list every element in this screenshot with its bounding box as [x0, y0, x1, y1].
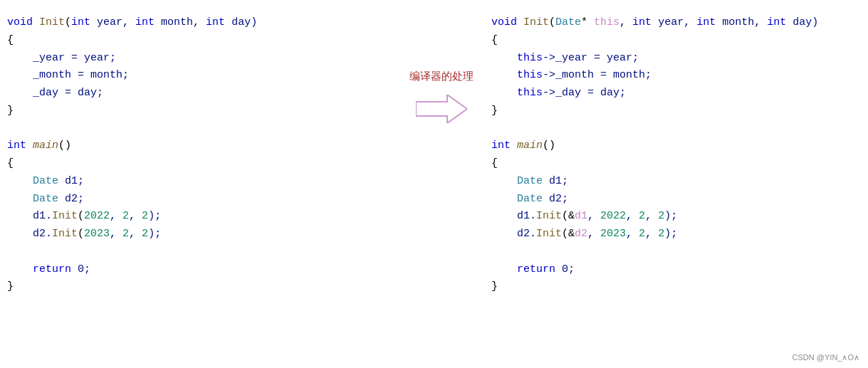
code-token: void	[7, 16, 39, 28]
code-line: Date d1;	[491, 173, 854, 191]
code-token	[7, 193, 33, 205]
code-token: _year = year;	[7, 52, 116, 64]
code-token: ,	[645, 210, 658, 222]
code-token: );	[148, 228, 161, 240]
code-token: Init	[52, 228, 78, 240]
code-token: d2;	[58, 193, 84, 205]
code-line: Date d2;	[491, 191, 854, 209]
code-token: Date	[33, 193, 58, 205]
code-token: (	[549, 16, 555, 28]
code-token: {	[491, 157, 498, 169]
code-line: Date d1;	[7, 173, 392, 191]
code-token: ,	[129, 228, 142, 240]
code-token: month,	[155, 16, 206, 28]
code-token: Init	[39, 16, 65, 28]
code-token: int	[767, 16, 786, 28]
code-token: }	[491, 280, 498, 293]
main-container: void Init(int year, int month, int day){…	[0, 0, 868, 368]
arrow-wrapper	[416, 92, 467, 123]
code-token: ,	[645, 228, 658, 240]
code-token	[491, 175, 517, 187]
code-token: 2023	[600, 228, 626, 240]
code-line: d2.Init(&d2, 2023, 2, 2);	[491, 226, 854, 243]
code-token: (&	[562, 210, 575, 222]
code-token: *	[581, 16, 594, 28]
code-token: (	[78, 228, 84, 240]
code-token: ,	[110, 228, 122, 240]
code-token: Date	[517, 175, 543, 187]
code-token	[491, 263, 517, 275]
middle-panel: 编译器的处理	[392, 13, 491, 361]
code-line: int main()	[491, 137, 854, 155]
code-token: this	[491, 69, 543, 81]
code-token: ,	[110, 210, 122, 222]
code-line: }	[491, 278, 854, 296]
code-token: int	[7, 140, 26, 152]
code-line: }	[491, 102, 854, 120]
code-token: d2.	[7, 228, 52, 240]
code-token	[26, 140, 33, 152]
code-token: ,	[619, 16, 632, 28]
code-line: {	[491, 155, 854, 173]
code-token: d2;	[543, 193, 568, 205]
code-token: this	[491, 87, 543, 99]
code-token: d1	[575, 210, 587, 222]
code-token: year,	[90, 16, 135, 28]
code-token: ()	[58, 140, 71, 152]
code-line: this->_day = day;	[491, 85, 854, 102]
code-line: }	[7, 278, 392, 296]
code-token: Init	[536, 228, 562, 240]
code-token	[7, 175, 33, 187]
code-token: 2	[142, 210, 148, 222]
code-token: {	[7, 34, 14, 46]
code-token: 2	[142, 228, 148, 240]
code-token: 2	[639, 228, 645, 240]
code-token: Date	[33, 175, 58, 187]
code-line: void Init(int year, int month, int day)	[7, 14, 392, 32]
code-line: {	[7, 32, 392, 50]
code-token: int	[491, 140, 511, 152]
code-line: void Init(Date* this, int year, int mont…	[491, 14, 854, 32]
code-token: _month = month;	[7, 69, 129, 81]
code-token: 2022	[600, 210, 626, 222]
code-token: this	[491, 52, 543, 64]
code-token: 2	[639, 210, 645, 222]
code-token: _day = day;	[7, 87, 103, 99]
code-token: int	[71, 16, 90, 28]
code-line: return 0;	[491, 261, 854, 279]
code-line: _day = day;	[7, 85, 392, 102]
code-token: );	[664, 228, 677, 240]
code-token: d2.	[491, 228, 536, 240]
code-line: int main()	[7, 137, 392, 155]
code-line: this->_year = year;	[491, 50, 854, 68]
code-token: Init	[536, 210, 562, 222]
code-token: ->_day = day;	[543, 87, 626, 99]
code-token: d1.	[491, 210, 536, 222]
code-token: this	[594, 16, 619, 28]
code-line: _year = year;	[7, 50, 392, 68]
code-token: day)	[786, 16, 818, 28]
code-token: return	[517, 263, 555, 275]
code-token: year,	[652, 16, 696, 28]
code-token: 0;	[71, 263, 90, 275]
code-token: ->_month = month;	[543, 69, 652, 81]
code-token: d1;	[58, 175, 84, 187]
code-line: }	[7, 102, 392, 120]
code-token: (&	[562, 228, 575, 240]
code-token: 2	[658, 228, 664, 240]
code-token: 2022	[84, 210, 110, 222]
code-token: month,	[716, 16, 767, 28]
code-line: d1.Init(2022, 2, 2);	[7, 208, 392, 226]
code-token	[491, 193, 517, 205]
code-token: Init	[52, 210, 78, 222]
code-line	[491, 243, 854, 261]
code-token: (	[78, 210, 84, 222]
code-token: Date	[517, 193, 543, 205]
code-line: d2.Init(2023, 2, 2);	[7, 226, 392, 243]
code-token: {	[491, 34, 498, 46]
code-token: ,	[587, 210, 600, 222]
code-token: day)	[225, 16, 257, 28]
svg-marker-0	[416, 95, 467, 123]
code-token: {	[7, 157, 14, 169]
code-token: 2023	[84, 228, 110, 240]
